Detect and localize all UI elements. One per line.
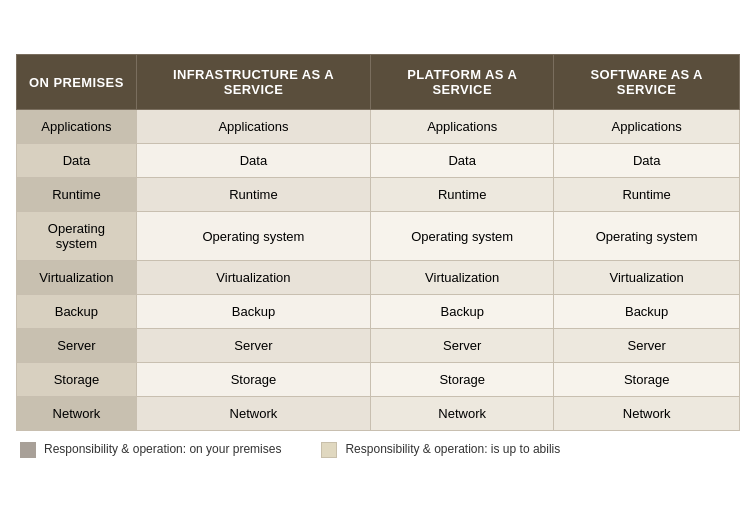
cell-row5-col1: Backup: [136, 295, 370, 329]
legend-light-label: Responsibility & operation: is up to abi…: [345, 441, 560, 458]
cell-row7-col1: Storage: [136, 363, 370, 397]
cell-row1-col1: Data: [136, 144, 370, 178]
table-row: StorageStorageStorageStorage: [17, 363, 740, 397]
table-row: DataDataDataData: [17, 144, 740, 178]
table-row: BackupBackupBackupBackup: [17, 295, 740, 329]
legend-dark-label: Responsibility & operation: on your prem…: [44, 441, 281, 458]
cell-row5-col3: Backup: [554, 295, 740, 329]
cell-row0-col0: Applications: [17, 110, 137, 144]
cell-row4-col2: Virtualization: [371, 261, 554, 295]
cell-row6-col0: Server: [17, 329, 137, 363]
cell-row5-col0: Backup: [17, 295, 137, 329]
legend-light: Responsibility & operation: is up to abi…: [321, 441, 560, 458]
cell-row1-col2: Data: [371, 144, 554, 178]
cell-row8-col0: Network: [17, 397, 137, 431]
cloud-comparison-table: ON PREMISESINFRASTRUCTURE AS A SERVICEPL…: [16, 54, 740, 431]
cell-row7-col0: Storage: [17, 363, 137, 397]
cell-row6-col2: Server: [371, 329, 554, 363]
column-header-on-premises: ON PREMISES: [17, 55, 137, 110]
table-row: ApplicationsApplicationsApplicationsAppl…: [17, 110, 740, 144]
cell-row5-col2: Backup: [371, 295, 554, 329]
cell-row2-col0: Runtime: [17, 178, 137, 212]
cell-row0-col3: Applications: [554, 110, 740, 144]
cell-row3-col3: Operating system: [554, 212, 740, 261]
cell-row2-col1: Runtime: [136, 178, 370, 212]
cell-row3-col0: Operating system: [17, 212, 137, 261]
cell-row4-col3: Virtualization: [554, 261, 740, 295]
legend-light-swatch: [321, 442, 337, 458]
cell-row0-col1: Applications: [136, 110, 370, 144]
cell-row4-col1: Virtualization: [136, 261, 370, 295]
cell-row6-col1: Server: [136, 329, 370, 363]
cell-row1-col3: Data: [554, 144, 740, 178]
table-row: VirtualizationVirtualizationVirtualizati…: [17, 261, 740, 295]
cell-row2-col3: Runtime: [554, 178, 740, 212]
cell-row8-col2: Network: [371, 397, 554, 431]
table-row: Operating systemOperating systemOperatin…: [17, 212, 740, 261]
cell-row8-col3: Network: [554, 397, 740, 431]
cell-row8-col1: Network: [136, 397, 370, 431]
cell-row6-col3: Server: [554, 329, 740, 363]
cell-row4-col0: Virtualization: [17, 261, 137, 295]
cell-row2-col2: Runtime: [371, 178, 554, 212]
table-row: ServerServerServerServer: [17, 329, 740, 363]
legend: Responsibility & operation: on your prem…: [16, 441, 740, 458]
column-header-paas: PLATFORM AS A SERVICE: [371, 55, 554, 110]
cell-row3-col2: Operating system: [371, 212, 554, 261]
legend-dark: Responsibility & operation: on your prem…: [20, 441, 281, 458]
cell-row3-col1: Operating system: [136, 212, 370, 261]
table-row: RuntimeRuntimeRuntimeRuntime: [17, 178, 740, 212]
cell-row7-col3: Storage: [554, 363, 740, 397]
cell-row7-col2: Storage: [371, 363, 554, 397]
table-row: NetworkNetworkNetworkNetwork: [17, 397, 740, 431]
cell-row1-col0: Data: [17, 144, 137, 178]
column-header-iaas: INFRASTRUCTURE AS A SERVICE: [136, 55, 370, 110]
cell-row0-col2: Applications: [371, 110, 554, 144]
column-header-saas: SOFTWARE AS A SERVICE: [554, 55, 740, 110]
legend-dark-swatch: [20, 442, 36, 458]
